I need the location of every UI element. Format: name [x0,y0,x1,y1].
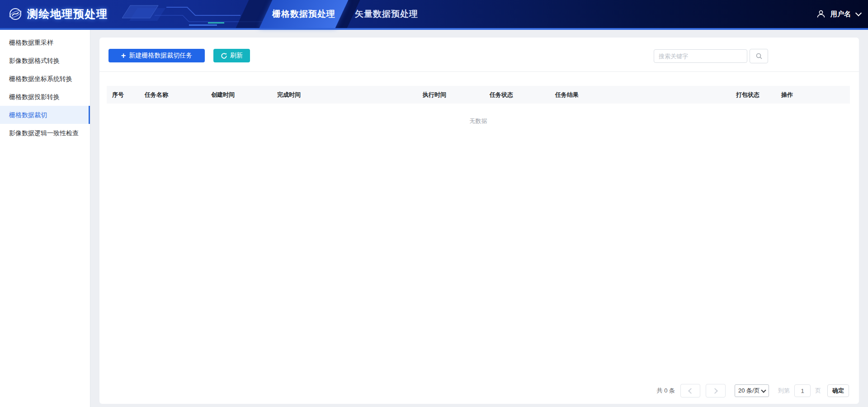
chevron-left-icon [688,388,694,394]
search-input[interactable] [654,49,747,63]
goto-confirm-button[interactable]: 确定 [827,384,849,397]
sidebar-item-resample[interactable]: 栅格数据重采样 [0,33,90,52]
col-header-exec: 执行时间 [417,91,484,99]
top-header: 测绘地理预处理 栅格数据预处理 矢量数据预处理 用户名 [0,0,868,30]
col-header-status: 任务状态 [484,91,550,99]
sidebar-item-raster-clip[interactable]: 栅格数据裁切 [0,106,90,124]
table-header-row: 序号 任务名称 创建时间 完成时间 执行时间 任务状态 任务结果 打包状态 操作 [107,86,850,104]
search-group [654,49,768,63]
col-header-index: 序号 [107,91,139,99]
page-number-input[interactable] [794,384,811,397]
goto-prefix-label: 到第 [778,387,790,395]
main-area: + 新建栅格数据裁切任务 刷新 [90,30,868,407]
search-button[interactable] [750,49,768,63]
sidebar-item-projection-convert[interactable]: 栅格数据投影转换 [0,88,90,106]
col-header-actions: 操作 [776,91,850,99]
col-header-finished: 完成时间 [272,91,417,99]
user-menu[interactable]: 用户名 [816,0,861,28]
toolbar: + 新建栅格数据裁切任务 刷新 [99,38,859,72]
tab-raster-preprocess[interactable]: 栅格数据预处理 [259,0,349,28]
prev-page-button[interactable] [680,384,700,398]
pagination: 共 0 条 20 条/页 到第 页 确定 [657,384,849,398]
refresh-button[interactable]: 刷新 [213,49,250,62]
col-header-package: 打包状态 [731,91,776,99]
globe-orbit-logo-icon [8,7,23,21]
sidebar-item-format-convert[interactable]: 影像数据格式转换 [0,52,90,70]
tab-vector-preprocess[interactable]: 矢量数据预处理 [355,0,418,28]
sidebar-item-coord-convert[interactable]: 栅格数据坐标系统转换 [0,70,90,88]
new-clip-task-button[interactable]: + 新建栅格数据裁切任务 [108,49,205,62]
chevron-down-icon [855,10,862,16]
new-clip-task-label: 新建栅格数据裁切任务 [129,52,192,60]
next-page-button[interactable] [706,384,726,398]
total-count: 共 0 条 [657,387,675,395]
sidebar-nav: 栅格数据重采样 影像数据格式转换 栅格数据坐标系统转换 栅格数据投影转换 栅格数… [0,30,90,407]
content-card: + 新建栅格数据裁切任务 刷新 [99,38,859,404]
user-icon [816,9,826,19]
refresh-label: 刷新 [230,52,243,60]
page-size-value: 20 条/页 [738,387,760,395]
select-caret-icon [761,388,766,393]
refresh-icon [221,52,227,59]
tab-raster-label: 栅格数据预处理 [266,0,342,28]
brand: 测绘地理预处理 [8,0,108,28]
goto-suffix-label: 页 [815,387,821,395]
page-size-select[interactable]: 20 条/页 [735,384,769,397]
sidebar-item-logic-check[interactable]: 影像数据逻辑一致性检查 [0,124,90,142]
col-header-created: 创建时间 [206,91,272,99]
col-header-result: 任务结果 [550,91,731,99]
empty-placeholder: 无数据 [107,117,850,125]
plus-icon: + [121,52,126,60]
user-name: 用户名 [830,10,851,19]
app-window: 测绘地理预处理 栅格数据预处理 矢量数据预处理 用户名 栅格数据重采样 影像数据… [0,0,868,407]
chevron-right-icon [712,388,718,394]
app-title: 测绘地理预处理 [27,7,108,21]
col-header-name: 任务名称 [139,91,206,99]
search-icon [755,52,763,60]
